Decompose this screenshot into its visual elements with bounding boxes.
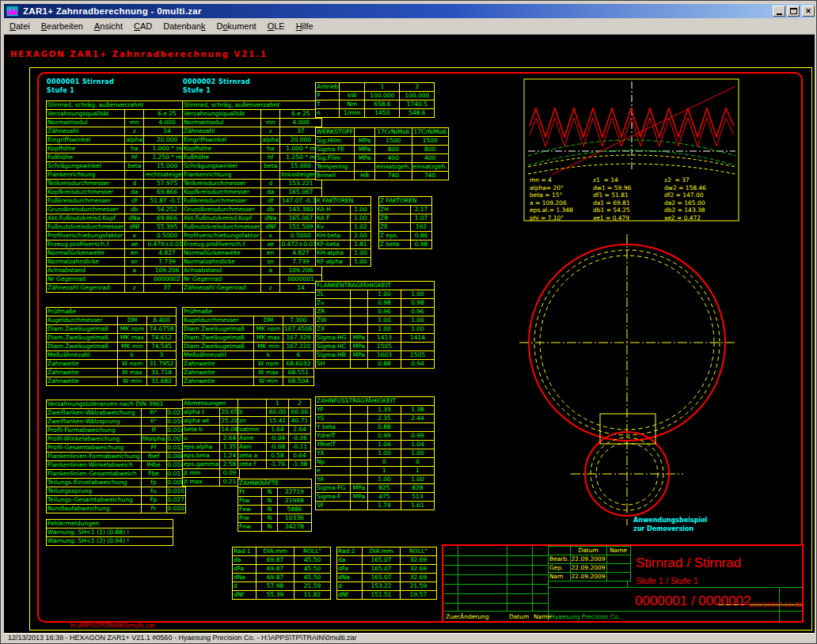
table-cell: SH [316,360,351,369]
gear2-id: 0000002 Stirnrad [183,78,250,86]
table-cell: 2.35 [368,415,401,423]
table-cell: YRrelT [316,441,351,449]
abmessungen-table: Abmessungenalpha t20.65alpha wt25.20beta… [182,399,240,487]
table-cell: 32.69 [401,556,437,565]
table-cell: Kugeldurchmesser [183,316,254,325]
menu-item-dokument[interactable]: Dokument [211,20,261,32]
table-cell: 1 [365,83,400,92]
table-cell: Diam.Zweikugelmaß [47,343,118,351]
table-cell: Normalzahndicke [47,258,125,267]
title-bar[interactable]: ZAR1+ Zahnradberechnung - 0multi.zar ✕ [4,4,815,18]
table-cell: 0.027 [166,496,185,505]
table-cell: N [262,514,278,523]
table-cell: da [337,556,363,565]
menu-item-ansicht[interactable]: Ansicht [89,20,128,32]
maximize-button[interactable] [787,6,800,17]
table-cell: alpha t [183,408,220,417]
info-line: db1 = 54.25 [593,206,661,214]
menu-item-cad[interactable]: CAD [128,20,158,32]
table-cell: einsatzgeh. [412,163,448,172]
table-cell: 0.98 [368,299,401,308]
table-cell: Flankenlinien-Winkelabweich [47,461,142,470]
table-cell: Gep. [549,564,571,573]
table-cell: W max [254,369,283,377]
menu-item-bearbeiten[interactable]: Bearbeiten [36,20,89,32]
table-cell: z [125,127,144,136]
table-cell: Profil-Winkelabweichung [47,435,142,444]
table-cell [125,171,144,180]
table-cell: ZW [316,316,351,325]
table-cell [351,290,368,299]
table-cell: 21.59 [294,582,331,591]
table-cell [401,423,435,432]
table-cell: 1413 [368,334,401,343]
table-cell: Normallückenweite [183,249,261,258]
table-cell: Datum [570,547,606,555]
table-cell: 153.221 [280,180,322,188]
table-cell: YX [316,449,351,458]
table-cell: Erzeug.profilversch.f. [183,241,261,249]
table-cell: KH-beta [316,232,351,241]
table-cell: Teilungs-Einzelabweichung [47,479,142,487]
close-button[interactable]: ✕ [802,6,815,17]
table-cell: z [261,284,280,293]
menu-item-hilfe[interactable]: Hilfe [291,20,319,32]
mesh-info-col3: z2 = 37dw2 = 158.46df2 = 147.00da2 = 165… [664,176,735,222]
table-cell: en [125,249,144,258]
info-line: xe2 = 0.472 [664,214,735,222]
title-block: DatumNameBearb.22.09.2009Gep.22.09.2009N… [442,544,804,623]
menu-item-ole[interactable]: OLE [262,20,291,32]
table-cell: Diam.Zweikugelmaß [183,343,254,351]
table-cell: -1.38 [289,460,311,469]
table-cell: Ftw [238,497,262,506]
table-cell: 109.206 [280,267,322,275]
gear2-label: 0000002 Stirnrad Stufe 1 [183,78,250,95]
menu-bar: DateiBearbeitenAnsichtCADDatenbankDokume… [4,18,815,35]
table-cell: 167.4506 [283,325,314,334]
table-cell: Normalmodul [47,119,125,127]
table-cell: 2 [289,400,311,408]
table-cell: dNa [261,214,280,223]
table-cell: Prüfmaße [183,308,314,316]
table-cell: MPa [351,493,368,502]
table-cell: dNa [125,214,144,223]
table-cell: MPa [355,154,375,163]
table-cell: Verzahnungstoleranzen nach DIN 3961 [47,400,186,409]
table-cell: Zähnezahl [47,127,125,136]
table-cell: b [238,408,267,417]
table-cell: Kopfkreisdurchmesser [183,188,261,197]
table-cell: 400 [412,154,448,163]
table-cell: Prüfmaße [47,308,177,316]
table-cell: Z eps. [379,232,411,241]
table-cell: eps.gamma [183,460,220,469]
table-cell: Profilverschiebungsfaktor [47,232,125,241]
table-cell: 40.71 [289,417,311,426]
table-cell: beta [261,162,280,171]
minimize-button[interactable] [773,6,785,17]
table-cell: Bearb. [549,555,571,564]
close-icon: ✕ [805,7,811,15]
table-cell: Diam.Zweikugelmaß [183,325,254,334]
k-faktoren-table: K FAKTORENKA H1.00KA F1.00Kv1.02KH-beta2… [315,196,371,267]
table-cell: Zahnweite [47,360,118,369]
table-cell: 1.00 [351,214,371,223]
table-cell: 8.400 [147,316,177,325]
info-line: mn = 4 [530,176,590,184]
menu-item-datei[interactable]: Datei [4,20,36,32]
table-cell: 24278 [278,523,312,532]
table-cell: Np [316,458,351,467]
table-cell: Verzahnungsqualität [183,110,261,119]
table-cell: 1.00 [368,290,401,299]
table-cell: Stirnrad, schräg, außenverzahnt [183,101,322,110]
table-cell: 32.69 [401,565,437,574]
info-line: df1 = 51.81 [593,191,661,199]
table-cell: ZAHNKRÄFTE [238,479,312,488]
table-cell: Warnung: SH<1 (2) (0.94) ! [47,537,173,546]
table-cell: 68.504 [283,377,314,386]
table-cell: 1 [368,467,401,475]
info-line: xe1 = 0.479 [593,214,661,222]
table-cell: Antrieb [316,83,340,92]
table-cell [351,449,368,458]
menu-item-datenbank[interactable]: Datenbank [158,20,211,32]
table-cell: k [254,351,283,360]
